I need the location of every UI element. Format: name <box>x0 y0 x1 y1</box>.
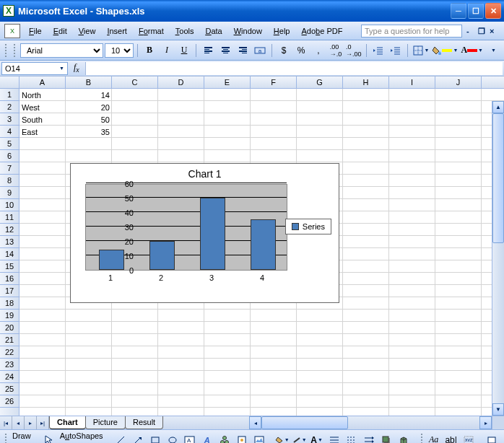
cell[interactable]: North <box>19 89 66 101</box>
scroll-up-button[interactable]: ▲ <box>492 101 504 113</box>
row-header[interactable]: 6 <box>0 150 19 162</box>
scroll-right-button[interactable]: ▸ <box>479 416 492 429</box>
tab-first-button[interactable]: |◂ <box>0 416 12 429</box>
menu-file[interactable]: File <box>23 24 48 38</box>
column-header[interactable]: D <box>158 76 204 88</box>
line-button[interactable] <box>113 433 128 444</box>
row-header[interactable]: 9 <box>0 187 19 199</box>
line-color-button[interactable]: ▼ <box>292 433 307 444</box>
diagram-button[interactable] <box>217 433 232 444</box>
column-header[interactable]: J <box>435 76 482 88</box>
row-header[interactable]: 23 <box>0 359 19 371</box>
column-header[interactable]: H <box>343 76 389 88</box>
toolbar-grip[interactable] <box>5 44 8 57</box>
tab-prev-button[interactable]: ◂ <box>12 416 25 429</box>
column-header[interactable]: E <box>204 76 251 88</box>
3d-button[interactable] <box>396 433 411 444</box>
arrow-button[interactable] <box>131 433 145 444</box>
sheet-tab[interactable]: Chart <box>49 416 86 429</box>
row-header[interactable]: 1 <box>0 89 19 101</box>
autoshapes-menu[interactable]: AutoShapes ▼ <box>58 431 105 444</box>
align-left-button[interactable] <box>201 43 215 58</box>
row-header[interactable]: 12 <box>0 224 19 236</box>
comma-style-button[interactable]: , <box>311 43 326 58</box>
row-header[interactable]: 18 <box>0 297 19 310</box>
formula-bar[interactable] <box>85 62 503 75</box>
percent-button[interactable]: % <box>294 43 308 58</box>
row-header[interactable]: 22 <box>0 346 19 359</box>
line-style-button[interactable] <box>327 433 342 444</box>
row-header[interactable]: 7 <box>0 162 19 175</box>
font-color-button[interactable]: A▼ <box>310 433 324 444</box>
oval-button[interactable] <box>165 433 180 444</box>
cell[interactable]: 50 <box>66 113 112 126</box>
align-right-button[interactable] <box>235 43 250 58</box>
align-center-button[interactable] <box>218 43 233 58</box>
decrease-decimal-button[interactable]: .0→.00 <box>346 43 362 58</box>
clipart-button[interactable] <box>235 433 249 444</box>
menu-format[interactable]: Format <box>133 24 170 38</box>
doc-close-button[interactable]: × <box>490 27 498 35</box>
merge-center-button[interactable]: a <box>253 43 267 58</box>
row-header[interactable]: 8 <box>0 175 19 187</box>
cell[interactable]: 20 <box>66 101 112 113</box>
cell[interactable]: West <box>19 101 66 113</box>
arrow-style-button[interactable] <box>362 433 376 444</box>
italic-button[interactable]: I <box>160 43 174 58</box>
column-header[interactable]: I <box>389 76 435 88</box>
row-header[interactable]: 2 <box>0 101 19 113</box>
fill-color-button[interactable]: ▼ <box>432 43 458 58</box>
toolbar-grip[interactable] <box>5 434 6 444</box>
column-header[interactable]: C <box>112 76 158 88</box>
row-header[interactable]: 15 <box>0 260 19 273</box>
maximize-button[interactable]: ☐ <box>468 3 484 19</box>
select-all-button[interactable] <box>0 76 19 88</box>
menu-insert[interactable]: Insert <box>101 24 133 38</box>
textbox-button[interactable]: A <box>183 433 197 444</box>
row-header[interactable]: 17 <box>0 285 19 297</box>
tab-last-button[interactable]: ▸| <box>37 416 49 429</box>
column-header[interactable]: B <box>66 76 112 88</box>
rectangle-button[interactable] <box>148 433 162 444</box>
help-search-input[interactable] <box>361 25 462 38</box>
column-header[interactable]: A <box>19 76 66 88</box>
row-header[interactable]: 25 <box>0 383 19 395</box>
fill-color-button[interactable]: ▼ <box>275 433 290 444</box>
toolbar-options-button[interactable]: ▼ <box>486 43 500 58</box>
close-button[interactable]: ✕ <box>485 3 501 19</box>
menu-window[interactable]: Window <box>228 24 268 38</box>
menu-adobe-pdf[interactable]: Adobe PDF <box>295 24 348 38</box>
group-button[interactable]: xvz <box>461 433 476 444</box>
sheet-tab[interactable]: Picture <box>85 416 126 429</box>
row-header[interactable]: 11 <box>0 211 19 224</box>
group-box-button[interactable] <box>502 433 504 444</box>
doc-minimize-button[interactable]: - <box>466 27 475 35</box>
menu-edit[interactable]: Edit <box>48 24 73 38</box>
label-button[interactable] <box>485 433 499 444</box>
row-header[interactable]: 4 <box>0 126 19 138</box>
draw-menu[interactable]: Draw ▼ <box>10 431 33 444</box>
toolbar-grip[interactable] <box>14 44 17 57</box>
select-objects-button[interactable] <box>41 433 56 444</box>
fx-icon[interactable]: fx <box>74 62 79 74</box>
cell[interactable]: South <box>19 113 66 126</box>
font-name-select[interactable]: Arial <box>20 43 103 58</box>
vertical-scroll-thumb[interactable] <box>492 113 504 243</box>
row-header[interactable]: 21 <box>0 334 19 346</box>
horizontal-scrollbar[interactable]: ◂ ▸ <box>249 416 492 429</box>
edit-text-button[interactable]: Aa <box>427 433 441 444</box>
tab-next-button[interactable]: ▸ <box>25 416 37 429</box>
increase-decimal-button[interactable]: .00→.0 <box>329 43 343 58</box>
menu-view[interactable]: View <box>73 24 102 38</box>
menu-tools[interactable]: Tools <box>170 24 200 38</box>
row-header[interactable]: 16 <box>0 273 19 285</box>
minimize-button[interactable]: ─ <box>451 3 466 19</box>
row-header[interactable]: 14 <box>0 248 19 260</box>
cell[interactable]: 14 <box>66 89 112 101</box>
document-icon[interactable]: X <box>4 24 20 38</box>
cell-grid[interactable]: NorthWestSouthEast14205035 Chart 1 01020… <box>19 89 504 429</box>
borders-button[interactable]: ▼ <box>412 43 430 58</box>
row-header[interactable]: 24 <box>0 371 19 383</box>
scroll-left-button[interactable]: ◂ <box>249 416 261 429</box>
font-size-select[interactable]: 10 <box>105 43 134 58</box>
